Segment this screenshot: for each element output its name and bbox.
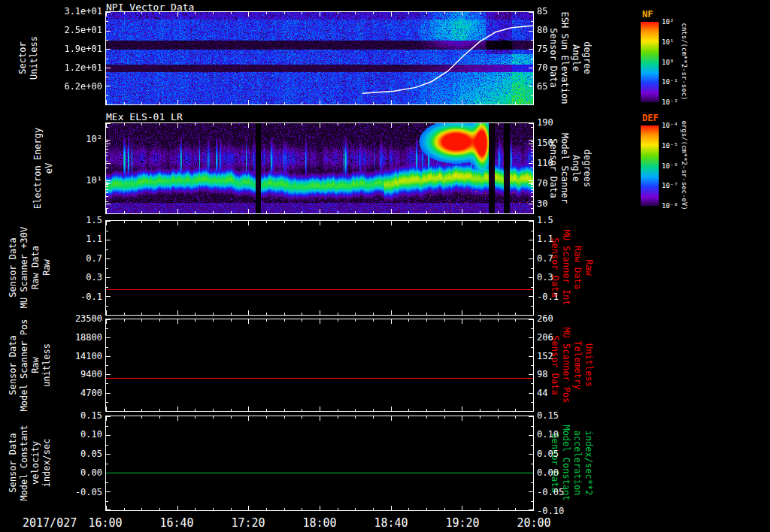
x-axis-tick-label: 20:00 [517, 516, 550, 530]
tick-mark [529, 319, 533, 320]
tick-mark [302, 221, 302, 223]
tick-mark [106, 337, 111, 338]
tick-mark [106, 21, 108, 22]
tick-mark [529, 140, 533, 141]
tick-mark [529, 163, 533, 164]
colorbar-tick-label: 10⁻⁴ [662, 122, 678, 130]
tick-mark [213, 123, 214, 125]
tick-mark [408, 102, 409, 104]
tick-mark [177, 319, 178, 324]
tick-mark [533, 12, 534, 17]
tick-mark [195, 409, 196, 411]
right-tick-label: -0.1 [537, 292, 559, 302]
tick-mark [302, 409, 302, 411]
y-tick-label: 6.2e+00 [47, 81, 102, 92]
tick-mark [266, 416, 267, 419]
y-tick-label: 3.1e+01 [47, 6, 102, 17]
tick-mark [284, 508, 285, 510]
tick-mark [338, 123, 338, 125]
tick-mark [106, 258, 111, 259]
tick-mark [462, 407, 462, 411]
tick-mark [408, 416, 409, 419]
tick-mark [106, 310, 107, 315]
tick-mark [106, 208, 108, 209]
tick-mark [391, 416, 392, 421]
y-tick-label: 0.10 [47, 429, 102, 440]
tick-mark [391, 123, 392, 128]
tick-mark [408, 123, 409, 125]
tick-mark [531, 40, 533, 41]
tick-mark [141, 409, 142, 411]
tick-mark [531, 182, 533, 183]
tick-mark [373, 221, 374, 223]
x-axis-tick-label: 19:20 [445, 516, 479, 530]
tick-mark [124, 319, 125, 322]
tick-mark [515, 409, 516, 411]
tick-mark [480, 211, 480, 213]
tick-mark [531, 482, 533, 483]
tick-mark [529, 374, 533, 375]
tick-mark [266, 12, 267, 14]
tick-mark [248, 123, 249, 128]
model-constant-line-panel[interactable] [105, 416, 534, 511]
tick-mark [266, 508, 267, 510]
tick-mark [498, 313, 499, 315]
tick-mark [106, 189, 108, 190]
tick-mark [531, 328, 533, 329]
tick-mark [480, 313, 480, 315]
y-tick-label: 0.15 [47, 410, 102, 421]
tick-mark [106, 268, 108, 269]
tick-mark [480, 221, 480, 223]
tick-mark [106, 277, 111, 278]
tick-mark [529, 393, 533, 394]
panel1-ylabel: Sector Unitless [17, 36, 40, 80]
tick-mark [106, 49, 111, 50]
tick-mark [213, 508, 214, 510]
npi-spectrogram-panel[interactable] [105, 11, 534, 105]
tick-mark [373, 313, 374, 315]
nf-colorbar-units-label: cnts/(cm**2-sr-sec) [681, 23, 688, 101]
x-axis-tick-label: 18:40 [374, 516, 408, 530]
tick-mark [391, 209, 392, 213]
data-line [106, 378, 533, 379]
x-axis-tick-label: 17:20 [231, 516, 265, 530]
tick-mark [529, 416, 533, 417]
tick-mark [498, 12, 499, 14]
tick-mark [141, 416, 142, 419]
data-line [106, 289, 533, 290]
right-tick-label: -0.10 [537, 506, 564, 516]
tick-mark [213, 211, 214, 213]
tick-mark [338, 12, 338, 14]
tick-mark [177, 310, 178, 315]
tick-mark [231, 211, 232, 213]
tick-mark [531, 306, 533, 307]
tick-mark [177, 123, 178, 128]
tick-mark [106, 416, 111, 417]
y-tick-label: 0.05 [47, 449, 102, 459]
tick-mark [531, 287, 533, 288]
els-spectrogram-panel[interactable] [105, 122, 534, 214]
tick-mark [529, 356, 533, 357]
tick-mark [284, 416, 285, 419]
tick-mark [106, 464, 108, 464]
tick-mark [106, 204, 111, 204]
tick-mark [213, 313, 214, 315]
tick-mark [106, 31, 111, 32]
tick-mark [284, 102, 285, 104]
y-tick-label: 0.7 [47, 253, 102, 264]
tick-mark [106, 95, 108, 96]
y-tick-label: 1.9e+01 [47, 44, 102, 54]
y-tick-label: 1.5 [47, 215, 102, 225]
tick-mark [195, 211, 196, 213]
tick-mark [498, 508, 499, 510]
tick-mark [141, 313, 142, 315]
tick-mark [498, 221, 499, 223]
colorbar-tick-label: 10⁻² [662, 98, 678, 107]
tick-mark [531, 383, 533, 384]
tick-mark [177, 209, 178, 213]
right-tick-label: 98 [537, 369, 547, 379]
mu-scanner-line-panel[interactable] [105, 220, 534, 316]
scanner-pos-line-panel[interactable] [105, 319, 534, 412]
tick-mark [529, 491, 533, 492]
tick-mark [320, 100, 320, 104]
